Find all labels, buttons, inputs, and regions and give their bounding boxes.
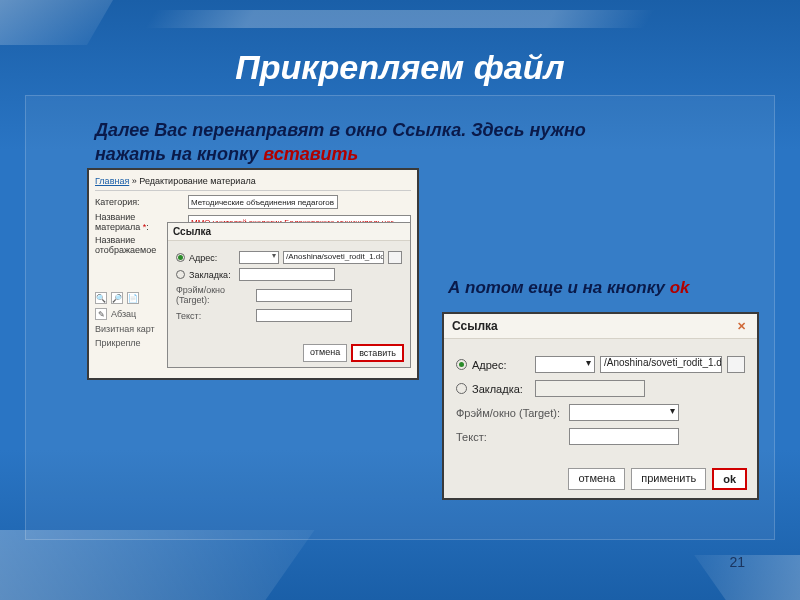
document-icon: 📄 (127, 292, 139, 304)
attach-label: Прикрепле (95, 338, 155, 348)
decorative-shape-bottom-left (0, 530, 315, 600)
breadcrumb-sep: » (129, 176, 139, 186)
ok-button: ok (712, 468, 747, 490)
magnifier-icon: 🔍 (95, 292, 107, 304)
instruction-primary-highlight: вставить (263, 144, 358, 164)
bookmark-radio-2 (456, 383, 467, 394)
instruction-primary: Далее Вас перенаправят в окно Ссылка. Зд… (95, 118, 655, 167)
cancel-button: отмена (303, 344, 347, 362)
instruction-secondary: А потом еще и на кнопку ok (448, 278, 690, 298)
bookmark-label-2: Закладка: (472, 383, 530, 395)
decorative-top-bar (145, 10, 655, 28)
close-icon: ✕ (737, 320, 749, 332)
bookmark-radio (176, 270, 185, 279)
breadcrumb-home: Главная (95, 176, 129, 186)
apply-button: применить (631, 468, 706, 490)
target-label: Фрэйм/окно (Target): (176, 285, 252, 305)
address-radio (176, 253, 185, 262)
address-label-2: Адрес: (472, 359, 530, 371)
address-input-2: /Anoshina/soveti_rodit_1.do (600, 356, 722, 373)
target-input-2: ▾ (569, 404, 679, 421)
insert-button: вставить (351, 344, 404, 362)
breadcrumb-tail: Редактирование материала (139, 176, 255, 186)
target-input (256, 289, 352, 302)
screenshot-1: Главная » Редактирование материала Катег… (87, 168, 419, 380)
dialog2-title: Ссылка (452, 319, 498, 333)
address-protocol-dropdown (239, 251, 279, 264)
card-label: Визитная карт (95, 324, 155, 334)
text-label-2: Текст: (456, 431, 564, 443)
browse-icon-2 (727, 356, 745, 373)
category-label: Категория: (95, 197, 183, 207)
category-select: Методические объединения педагогов (188, 195, 338, 209)
address-input: /Anoshina/soveti_rodit_1.do (283, 251, 384, 264)
text-label: Текст: (176, 311, 252, 321)
preview-icon: 🔎 (111, 292, 123, 304)
instruction-secondary-highlight: ok (670, 278, 690, 297)
decorative-shape-top-left (0, 0, 113, 45)
address-radio-2 (456, 359, 467, 370)
bookmark-label: Закладка: (189, 270, 235, 280)
divider (95, 190, 411, 191)
cancel-button-2: отмена (568, 468, 625, 490)
instruction-secondary-text: А потом еще и на кнопку (448, 278, 670, 297)
paragraph-label: Абзац (111, 309, 136, 319)
toolbar-left: 🔍 🔎 📄 ✎ Абзац Визитная карт Прикрепле (95, 292, 155, 348)
edit-icon: ✎ (95, 308, 107, 320)
address-label: Адрес: (189, 253, 235, 263)
address-protocol-dropdown-2: ▾ (535, 356, 595, 373)
text-input-2 (569, 428, 679, 445)
text-input (256, 309, 352, 322)
target-label-2: Фрэйм/окно (Target): (456, 407, 564, 419)
bookmark-input-2 (535, 380, 645, 397)
page-number: 21 (729, 554, 745, 570)
link-dialog-1: Ссылка Адрес: /Anoshina/soveti_rodit_1.d… (167, 222, 411, 368)
browse-icon (388, 251, 402, 264)
decorative-shape-bottom-right (694, 555, 800, 600)
dialog-title: Ссылка (168, 223, 410, 241)
slide-title: Прикрепляем файл (0, 48, 800, 87)
screenshot-2: Ссылка ✕ Адрес: ▾ /Anoshina/soveti_rodit… (442, 312, 759, 500)
bookmark-input (239, 268, 335, 281)
breadcrumb: Главная » Редактирование материала (95, 176, 411, 186)
